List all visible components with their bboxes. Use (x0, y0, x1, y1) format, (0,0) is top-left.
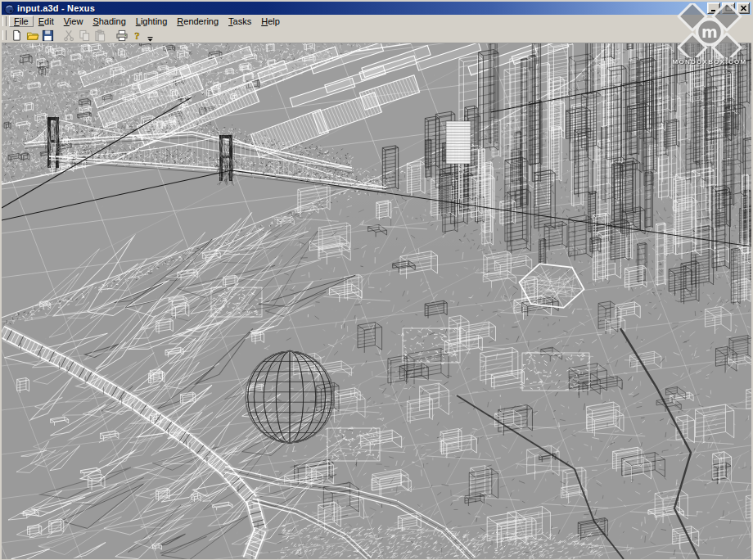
viewport-3d[interactable] (2, 43, 751, 558)
print-button[interactable] (114, 29, 129, 43)
svg-text:?: ? (134, 29, 140, 42)
app-icon (4, 3, 15, 14)
toolbar: ? (2, 28, 751, 43)
menu-tasks[interactable]: Tasks (223, 16, 256, 27)
help-button[interactable]: ? (129, 29, 145, 43)
new-button[interactable] (9, 29, 25, 43)
toolbar-grip[interactable] (2, 30, 7, 40)
close-button[interactable] (737, 2, 750, 14)
menu-edit[interactable]: Edit (34, 16, 59, 27)
cut-button (61, 29, 77, 43)
paste-clipboard-icon (94, 29, 106, 42)
open-folder-icon (26, 29, 39, 42)
paste-button (92, 29, 108, 43)
title-bar[interactable]: input.a3d - Nexus (2, 2, 751, 15)
print-icon (115, 29, 129, 42)
menu-file[interactable]: File (9, 16, 34, 27)
save-button[interactable] (40, 29, 56, 43)
menu-help[interactable]: Help (256, 16, 285, 27)
open-button[interactable] (25, 29, 40, 43)
app-window: input.a3d - Nexus FileEditViewShadingLig… (0, 0, 753, 560)
save-floppy-icon (42, 29, 54, 42)
new-file-icon (11, 29, 23, 42)
maximize-button[interactable] (722, 2, 735, 14)
menu-view[interactable]: View (59, 16, 88, 27)
menu-bar: FileEditViewShadingLightingRenderingTask… (2, 15, 751, 28)
window-title: input.a3d - Nexus (17, 3, 95, 13)
menu-shading[interactable]: Shading (88, 16, 130, 27)
minimize-button[interactable] (707, 2, 720, 14)
menu-grip[interactable] (2, 16, 7, 26)
menu-lighting[interactable]: Lighting (131, 16, 173, 27)
scene-canvas[interactable] (2, 43, 751, 559)
menu-rendering[interactable]: Rendering (172, 16, 223, 27)
toolbar-overflow-button[interactable] (146, 29, 155, 42)
window-controls (707, 2, 750, 14)
help-icon: ? (131, 29, 143, 42)
copy-button (77, 29, 92, 43)
copy-pages-icon (79, 29, 91, 42)
cut-scissors-icon (63, 29, 75, 42)
